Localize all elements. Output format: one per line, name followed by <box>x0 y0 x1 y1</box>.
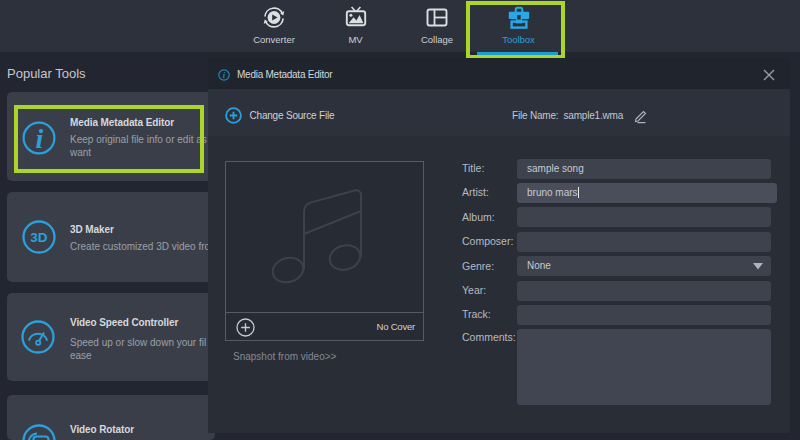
svg-text:3D: 3D <box>30 230 48 245</box>
svg-text:i: i <box>223 70 226 80</box>
